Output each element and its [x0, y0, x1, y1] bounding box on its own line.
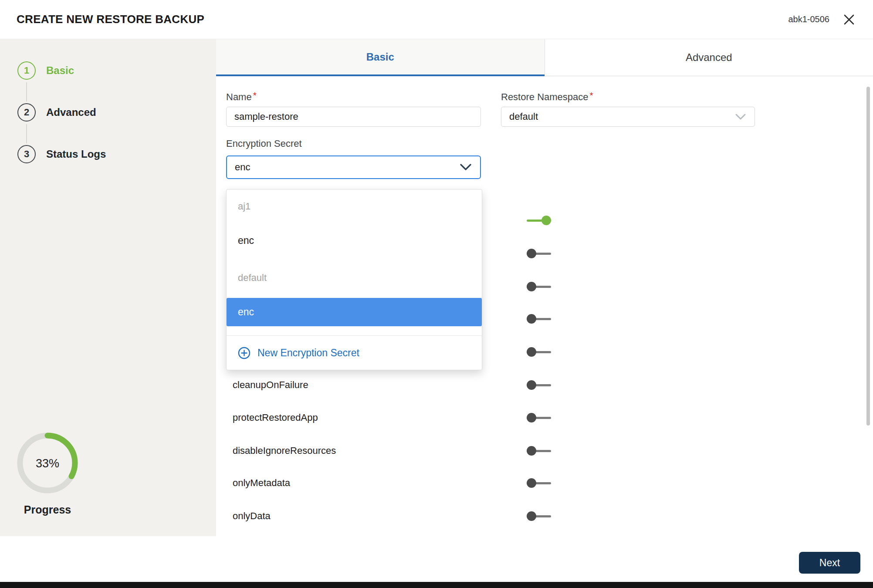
- toggle-switch[interactable]: [527, 249, 551, 258]
- progress-ring: 33%: [15, 430, 80, 496]
- toggle-row-cleanupOnFailure: cleanupOnFailure: [233, 379, 551, 391]
- toggle-switch[interactable]: [527, 282, 551, 291]
- toggle-switch[interactable]: [527, 347, 551, 357]
- dropdown-group-label: default: [227, 258, 482, 298]
- toggle-switch[interactable]: [527, 511, 551, 521]
- step-number: 1: [17, 61, 36, 80]
- stepper-sidebar: 1 Basic 2 Advanced 3 Status Logs 33% Pro…: [0, 39, 216, 537]
- step-label: Basic: [46, 64, 74, 77]
- toggle-row-onlyMetadata: onlyMetadata: [233, 477, 551, 489]
- chevron-down-icon: [735, 114, 746, 120]
- name-input[interactable]: [226, 107, 481, 127]
- step-connector: [26, 124, 27, 143]
- progress-indicator: 33% Progress: [0, 430, 95, 516]
- step-advanced[interactable]: 2 Advanced: [17, 103, 96, 122]
- toggle-knob: [527, 446, 536, 456]
- toggle-switch[interactable]: [527, 216, 551, 225]
- progress-label: Progress: [0, 504, 95, 516]
- toggle-row-disableIgnoreResources: disableIgnoreResources: [233, 445, 551, 457]
- toggle-knob: [527, 282, 536, 291]
- toggle-knob: [527, 511, 536, 521]
- toggle-switch[interactable]: [527, 413, 551, 422]
- close-icon[interactable]: [843, 13, 856, 26]
- required-asterisk: *: [590, 90, 593, 100]
- step-basic[interactable]: 1 Basic: [17, 61, 74, 80]
- dropdown-spacer: [227, 326, 482, 335]
- toggle-knob: [527, 347, 536, 357]
- header-right: abk1-0506: [788, 13, 856, 26]
- chevron-down-icon: [460, 164, 471, 171]
- bottom-edge-strip: [0, 582, 873, 588]
- vertical-scrollbar[interactable]: [866, 87, 870, 426]
- step-label: Status Logs: [46, 148, 106, 160]
- tab-basic[interactable]: Basic: [216, 39, 545, 76]
- encryption-secret-value: enc: [235, 162, 250, 173]
- toggle-label: cleanupOnFailure: [233, 379, 308, 391]
- toggle-row-protectRestoredApp: protectRestoredApp: [233, 412, 551, 424]
- encryption-secret-select[interactable]: enc: [226, 155, 481, 179]
- dropdown-group-label: aj1: [227, 189, 482, 223]
- tab-bar: Basic Advanced: [216, 39, 873, 76]
- toggle-label: onlyMetadata: [233, 477, 290, 489]
- tab-advanced[interactable]: Advanced: [545, 39, 873, 76]
- name-label: Name*: [226, 90, 257, 103]
- step-status-logs[interactable]: 3 Status Logs: [17, 145, 106, 164]
- dropdown-option[interactable]: enc: [227, 223, 482, 258]
- backup-id-badge: abk1-0506: [788, 14, 829, 24]
- toggle-label: protectRestoredApp: [233, 412, 318, 423]
- restore-namespace-value: default: [509, 111, 538, 122]
- toggle-knob: [527, 413, 536, 422]
- plus-circle-icon: [238, 347, 250, 359]
- toggle-knob: [527, 314, 536, 324]
- toggle-knob: [527, 249, 536, 258]
- dropdown-option-selected[interactable]: enc: [227, 298, 482, 326]
- encryption-secret-dropdown: aj1 enc default enc New Encryption Secre…: [226, 189, 482, 370]
- toggle-switch[interactable]: [527, 478, 551, 488]
- step-label: Advanced: [46, 106, 96, 118]
- required-asterisk: *: [253, 90, 257, 100]
- step-number: 2: [17, 103, 36, 122]
- new-encryption-secret-label: New Encryption Secret: [257, 347, 359, 359]
- step-number: 3: [17, 145, 36, 163]
- modal-title: CREATE NEW RESTORE BACKUP: [17, 13, 204, 26]
- modal-footer: Next: [0, 536, 873, 582]
- new-encryption-secret-action[interactable]: New Encryption Secret: [227, 335, 482, 370]
- toggle-knob: [541, 216, 551, 225]
- toggle-knob: [527, 478, 536, 488]
- toggle-label: disableIgnoreResources: [233, 445, 336, 456]
- encryption-secret-label: Encryption Secret: [226, 138, 302, 149]
- toggle-knob: [527, 380, 536, 390]
- toggle-switch[interactable]: [527, 446, 551, 456]
- create-restore-backup-modal: CREATE NEW RESTORE BACKUP abk1-0506 1 Ba…: [0, 0, 873, 588]
- toggle-row-onlyData: onlyData: [233, 510, 551, 522]
- form-content: Name* Restore Namespace* default Encrypt…: [216, 76, 873, 536]
- next-button[interactable]: Next: [799, 552, 860, 574]
- step-connector: [26, 82, 27, 101]
- toggle-switch[interactable]: [527, 380, 551, 390]
- restore-namespace-label: Restore Namespace*: [501, 90, 593, 103]
- restore-namespace-select[interactable]: default: [501, 107, 755, 127]
- modal-header: CREATE NEW RESTORE BACKUP abk1-0506: [0, 0, 873, 39]
- progress-percent: 33%: [36, 457, 59, 470]
- toggle-switch[interactable]: [527, 314, 551, 324]
- toggle-label: onlyData: [233, 510, 271, 522]
